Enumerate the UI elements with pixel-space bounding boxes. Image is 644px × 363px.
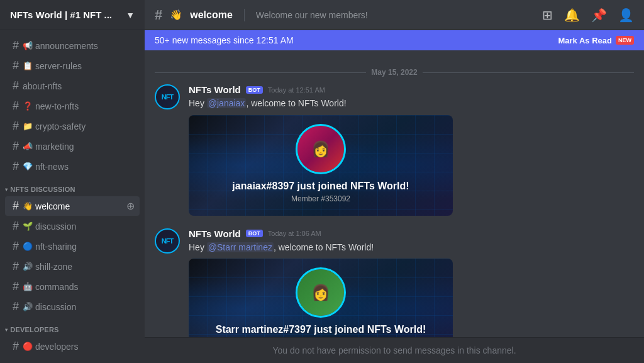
mention: @Starr martinez bbox=[207, 242, 274, 252]
hash-icon: # bbox=[13, 240, 19, 253]
new-messages-banner: 50+ new messages since 12:51 AM Mark As … bbox=[145, 30, 644, 50]
channel-name: shill-zone bbox=[35, 262, 135, 272]
server-chevron-icon: ▼ bbox=[126, 10, 135, 20]
hash-icon: # bbox=[13, 280, 19, 293]
message-timestamp: Today at 1:06 AM bbox=[268, 230, 321, 237]
message-row: NFT NFTs World BOT Today at 12:51 AM Hey… bbox=[155, 84, 634, 216]
mention: @janaiax bbox=[207, 98, 247, 108]
members-icon[interactable]: 👤 bbox=[618, 8, 634, 23]
channel-item-announcements[interactable]: # 📢 announcements bbox=[5, 36, 140, 55]
hash-icon: # bbox=[13, 160, 19, 173]
header-channel-name: welcome bbox=[190, 9, 233, 21]
channel-item-nft-news[interactable]: # 💎 nft-news bbox=[5, 157, 140, 176]
channel-name: announcements bbox=[35, 41, 135, 51]
message-header: NFTs World BOT Today at 1:06 AM bbox=[189, 228, 634, 239]
header-topic: Welcome our new members! bbox=[256, 10, 535, 20]
welcome-card-text: Starr martinez#7397 just joined NFTs Wor… bbox=[216, 324, 426, 335]
bot-badge: BOT bbox=[246, 230, 263, 237]
channel-name: new-to-nfts bbox=[35, 101, 135, 111]
hash-icon: # bbox=[13, 79, 19, 92]
search-threads-icon[interactable]: ⊞ bbox=[542, 8, 553, 23]
notification-icon[interactable]: 🔔 bbox=[564, 8, 580, 23]
welcome-avatar: 👩 bbox=[296, 267, 346, 318]
avatar: NFT bbox=[155, 84, 180, 109]
message-content: NFTs World BOT Today at 12:51 AM Hey @ja… bbox=[189, 84, 634, 216]
welcome-card-member: Member #353092 bbox=[291, 194, 350, 203]
channel-item-new-to-nfts[interactable]: # ❓ new-to-nfts bbox=[5, 96, 140, 116]
channel-name: marketing bbox=[35, 142, 135, 152]
channel-item-discussion2[interactable]: # 🔊 discussion bbox=[5, 297, 140, 316]
server-header[interactable]: NFTs World | #1 NFT ... ▼ bbox=[0, 0, 145, 30]
new-messages-text: 50+ new messages since 12:51 AM bbox=[155, 35, 294, 45]
messages-area[interactable]: May 15, 2022 NFT NFTs World BOT Today at… bbox=[145, 50, 644, 337]
channel-name: developers bbox=[35, 342, 135, 352]
header-divider bbox=[244, 9, 245, 21]
category-nfts-discussion[interactable]: ▾ NFTS DISCUSSION bbox=[0, 177, 145, 196]
channel-name: crypto-safety bbox=[35, 121, 135, 131]
add-member-icon[interactable]: ⊕ bbox=[126, 200, 135, 212]
welcome-card: 👩 Starr martinez#7397 just joined NFTs W… bbox=[189, 259, 453, 337]
hash-icon: # bbox=[13, 39, 19, 52]
message-timestamp: Today at 12:51 AM bbox=[268, 86, 325, 94]
channel-item-commands[interactable]: # 🤖 commands bbox=[5, 277, 140, 296]
category-developers[interactable]: ▾ DEVELOPERS bbox=[0, 317, 145, 336]
channel-name: server-rules bbox=[35, 61, 135, 71]
hash-icon: # bbox=[13, 99, 19, 113]
server-name: NFTs World | #1 NFT ... bbox=[10, 9, 112, 20]
message-header: NFTs World BOT Today at 12:51 AM bbox=[189, 84, 634, 95]
channel-header: # 👋 welcome Welcome our new members! ⊞ 🔔… bbox=[145, 0, 644, 30]
channel-list: # 📢 announcements # 📋 server-rules # abo… bbox=[0, 30, 145, 363]
sidebar: NFTs World | #1 NFT ... ▼ # 📢 announceme… bbox=[0, 0, 145, 363]
bot-badge: BOT bbox=[246, 86, 263, 94]
welcome-avatar: 👩 bbox=[296, 124, 346, 174]
message-author: NFTs World bbox=[189, 84, 241, 95]
message-row: NFT NFTs World BOT Today at 1:06 AM Hey … bbox=[155, 228, 634, 337]
message-text: Hey @Starr martinez, welcome to NFTs Wor… bbox=[189, 242, 634, 254]
channel-name: nft-sharing bbox=[35, 242, 135, 252]
no-permission-text: You do not have permission to send messa… bbox=[272, 345, 516, 355]
hash-icon: # bbox=[13, 220, 19, 233]
welcome-card: 👩 janaiax#8397 just joined NFTs World! M… bbox=[189, 115, 453, 216]
channel-item-developers[interactable]: # 🔴 developers bbox=[5, 337, 140, 356]
message-content: NFTs World BOT Today at 1:06 AM Hey @Sta… bbox=[189, 228, 634, 337]
channel-name: discussion bbox=[35, 221, 135, 232]
hash-icon: # bbox=[13, 59, 19, 72]
channel-name: nft-news bbox=[35, 162, 135, 172]
channel-item-about-nfts[interactable]: # about-nfts bbox=[5, 76, 140, 96]
channel-item-welcome[interactable]: # 👋 welcome ⊕ bbox=[5, 196, 140, 216]
message-author: NFTs World bbox=[189, 228, 241, 239]
hash-icon: # bbox=[13, 199, 19, 213]
new-badge: NEW bbox=[616, 36, 634, 45]
main-content: # 👋 welcome Welcome our new members! ⊞ 🔔… bbox=[145, 0, 644, 363]
collapse-icon: ▾ bbox=[5, 187, 8, 193]
hash-icon: # bbox=[13, 120, 19, 133]
mark-as-read-button[interactable]: Mark As Read NEW bbox=[558, 36, 635, 45]
channel-item-nft-sharing[interactable]: # 🔵 nft-sharing bbox=[5, 237, 140, 256]
no-permission-bar: You do not have permission to send messa… bbox=[145, 337, 644, 363]
message-text: Hey @janaiax, welcome to NFTs World! bbox=[189, 98, 634, 110]
channel-item-shill-zone[interactable]: # 🔊 shill-zone bbox=[5, 257, 140, 276]
channel-item-crypto-safety[interactable]: # 📁 crypto-safety bbox=[5, 116, 140, 136]
channel-name: about-nfts bbox=[23, 81, 135, 91]
channel-hash-icon: # bbox=[155, 7, 162, 23]
channel-name: welcome bbox=[35, 201, 126, 211]
channel-item-marketing[interactable]: # 📣 marketing bbox=[5, 137, 140, 156]
collapse-icon: ▾ bbox=[5, 327, 8, 333]
channel-item-discussion[interactable]: # 🌱 discussion bbox=[5, 216, 140, 236]
date-divider: May 15, 2022 bbox=[155, 68, 634, 77]
header-icons: ⊞ 🔔 📌 👤 bbox=[542, 8, 634, 23]
hash-icon: # bbox=[13, 340, 19, 353]
channel-name: commands bbox=[35, 282, 135, 292]
hash-icon: # bbox=[13, 300, 19, 313]
avatar: NFT bbox=[155, 228, 180, 254]
channel-item-server-rules[interactable]: # 📋 server-rules bbox=[5, 56, 140, 75]
welcome-card-text: janaiax#8397 just joined NFTs World! bbox=[232, 181, 409, 192]
pin-icon[interactable]: 📌 bbox=[591, 8, 607, 23]
hash-icon: # bbox=[13, 260, 19, 273]
hash-icon: # bbox=[13, 140, 19, 153]
channel-name: discussion bbox=[35, 302, 135, 312]
